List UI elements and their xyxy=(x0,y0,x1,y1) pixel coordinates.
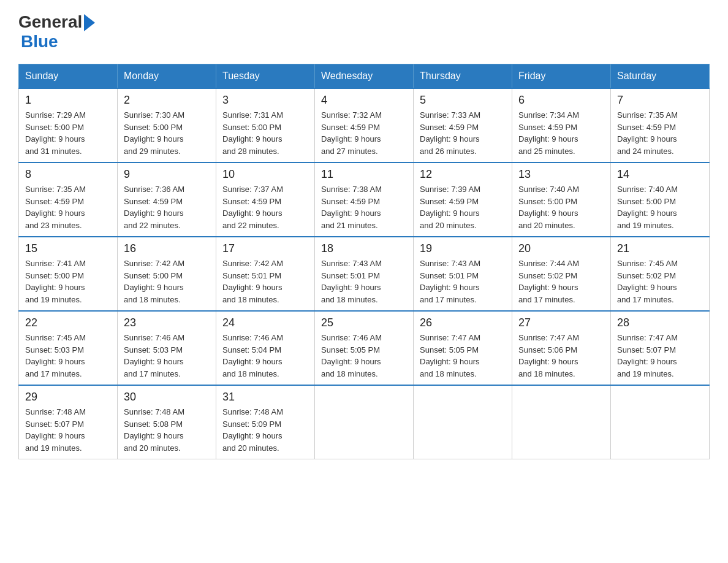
day-number: 31 xyxy=(222,391,308,404)
column-header-wednesday: Wednesday xyxy=(315,64,414,89)
logo-arrow-icon xyxy=(84,14,95,31)
day-info: Sunrise: 7:38 AMSunset: 4:59 PMDaylight:… xyxy=(321,183,407,231)
day-number: 30 xyxy=(124,391,210,404)
calendar-cell: 13Sunrise: 7:40 AMSunset: 5:00 PMDayligh… xyxy=(512,163,611,237)
column-header-thursday: Thursday xyxy=(414,64,512,89)
day-number: 26 xyxy=(420,316,506,329)
day-info: Sunrise: 7:44 AMSunset: 5:02 PMDaylight:… xyxy=(518,258,604,305)
column-header-saturday: Saturday xyxy=(611,64,710,89)
calendar-cell xyxy=(315,385,414,459)
day-number: 15 xyxy=(25,242,111,255)
calendar-cell: 17Sunrise: 7:42 AMSunset: 5:01 PMDayligh… xyxy=(216,237,315,311)
day-number: 4 xyxy=(321,94,407,107)
calendar-cell: 4Sunrise: 7:32 AMSunset: 4:59 PMDaylight… xyxy=(315,88,414,163)
calendar-week-row: 29Sunrise: 7:48 AMSunset: 5:07 PMDayligh… xyxy=(19,385,710,459)
day-number: 7 xyxy=(617,94,703,107)
calendar-cell: 14Sunrise: 7:40 AMSunset: 5:00 PMDayligh… xyxy=(611,163,710,237)
day-info: Sunrise: 7:30 AMSunset: 5:00 PMDaylight:… xyxy=(124,109,210,157)
calendar-cell: 7Sunrise: 7:35 AMSunset: 4:59 PMDaylight… xyxy=(611,88,710,163)
day-info: Sunrise: 7:40 AMSunset: 5:00 PMDaylight:… xyxy=(518,183,604,231)
calendar-week-row: 8Sunrise: 7:35 AMSunset: 4:59 PMDaylight… xyxy=(19,163,710,237)
calendar-cell xyxy=(414,385,512,459)
day-info: Sunrise: 7:29 AMSunset: 5:00 PMDaylight:… xyxy=(25,109,111,157)
day-info: Sunrise: 7:46 AMSunset: 5:04 PMDaylight:… xyxy=(222,332,308,380)
column-header-sunday: Sunday xyxy=(19,64,118,89)
calendar-cell: 24Sunrise: 7:46 AMSunset: 5:04 PMDayligh… xyxy=(216,311,315,385)
calendar-cell: 2Sunrise: 7:30 AMSunset: 5:00 PMDaylight… xyxy=(118,88,216,163)
day-info: Sunrise: 7:42 AMSunset: 5:01 PMDaylight:… xyxy=(222,258,308,305)
calendar-cell: 25Sunrise: 7:46 AMSunset: 5:05 PMDayligh… xyxy=(315,311,414,385)
day-number: 6 xyxy=(518,94,604,107)
day-number: 21 xyxy=(617,242,703,255)
calendar-cell xyxy=(512,385,611,459)
calendar-cell: 22Sunrise: 7:45 AMSunset: 5:03 PMDayligh… xyxy=(19,311,118,385)
calendar-cell: 30Sunrise: 7:48 AMSunset: 5:08 PMDayligh… xyxy=(118,385,216,459)
calendar-cell: 21Sunrise: 7:45 AMSunset: 5:02 PMDayligh… xyxy=(611,237,710,311)
day-info: Sunrise: 7:48 AMSunset: 5:08 PMDaylight:… xyxy=(124,406,210,454)
day-number: 25 xyxy=(321,316,407,329)
column-header-friday: Friday xyxy=(512,64,611,89)
calendar-cell: 31Sunrise: 7:48 AMSunset: 5:09 PMDayligh… xyxy=(216,385,315,459)
day-number: 20 xyxy=(518,242,604,255)
day-info: Sunrise: 7:35 AMSunset: 4:59 PMDaylight:… xyxy=(25,183,111,231)
calendar-cell: 15Sunrise: 7:41 AMSunset: 5:00 PMDayligh… xyxy=(19,237,118,311)
page-header: General Blue xyxy=(18,12,710,52)
day-number: 9 xyxy=(124,168,210,181)
day-number: 23 xyxy=(124,316,210,329)
day-info: Sunrise: 7:39 AMSunset: 4:59 PMDaylight:… xyxy=(420,183,506,231)
day-info: Sunrise: 7:48 AMSunset: 5:09 PMDaylight:… xyxy=(222,406,308,454)
day-number: 8 xyxy=(25,168,111,181)
calendar-header-row: SundayMondayTuesdayWednesdayThursdayFrid… xyxy=(19,64,710,89)
calendar-cell: 27Sunrise: 7:47 AMSunset: 5:06 PMDayligh… xyxy=(512,311,611,385)
day-number: 14 xyxy=(617,168,703,181)
calendar-cell: 29Sunrise: 7:48 AMSunset: 5:07 PMDayligh… xyxy=(19,385,118,459)
day-number: 11 xyxy=(321,168,407,181)
calendar-cell: 6Sunrise: 7:34 AMSunset: 4:59 PMDaylight… xyxy=(512,88,611,163)
day-info: Sunrise: 7:37 AMSunset: 4:59 PMDaylight:… xyxy=(222,183,308,231)
day-info: Sunrise: 7:35 AMSunset: 4:59 PMDaylight:… xyxy=(617,109,703,157)
day-number: 1 xyxy=(25,94,111,107)
calendar-week-row: 15Sunrise: 7:41 AMSunset: 5:00 PMDayligh… xyxy=(19,237,710,311)
day-number: 2 xyxy=(124,94,210,107)
calendar-cell: 16Sunrise: 7:42 AMSunset: 5:00 PMDayligh… xyxy=(118,237,216,311)
calendar-cell: 26Sunrise: 7:47 AMSunset: 5:05 PMDayligh… xyxy=(414,311,512,385)
day-info: Sunrise: 7:32 AMSunset: 4:59 PMDaylight:… xyxy=(321,109,407,157)
logo-general-text: General xyxy=(18,12,82,32)
day-number: 13 xyxy=(518,168,604,181)
day-number: 18 xyxy=(321,242,407,255)
day-info: Sunrise: 7:36 AMSunset: 4:59 PMDaylight:… xyxy=(124,183,210,231)
column-header-tuesday: Tuesday xyxy=(216,64,315,89)
day-number: 24 xyxy=(222,316,308,329)
calendar-cell: 3Sunrise: 7:31 AMSunset: 5:00 PMDaylight… xyxy=(216,88,315,163)
calendar-cell: 18Sunrise: 7:43 AMSunset: 5:01 PMDayligh… xyxy=(315,237,414,311)
day-info: Sunrise: 7:47 AMSunset: 5:06 PMDaylight:… xyxy=(518,332,604,380)
day-info: Sunrise: 7:33 AMSunset: 4:59 PMDaylight:… xyxy=(420,109,506,157)
day-info: Sunrise: 7:47 AMSunset: 5:07 PMDaylight:… xyxy=(617,332,703,380)
day-number: 28 xyxy=(617,316,703,329)
day-number: 17 xyxy=(222,242,308,255)
day-info: Sunrise: 7:31 AMSunset: 5:00 PMDaylight:… xyxy=(222,109,308,157)
day-info: Sunrise: 7:47 AMSunset: 5:05 PMDaylight:… xyxy=(420,332,506,380)
calendar-cell: 1Sunrise: 7:29 AMSunset: 5:00 PMDaylight… xyxy=(19,88,118,163)
calendar-cell: 8Sunrise: 7:35 AMSunset: 4:59 PMDaylight… xyxy=(19,163,118,237)
day-number: 10 xyxy=(222,168,308,181)
logo-blue-text: Blue xyxy=(21,32,58,51)
day-info: Sunrise: 7:40 AMSunset: 5:00 PMDaylight:… xyxy=(617,183,703,231)
calendar-cell: 5Sunrise: 7:33 AMSunset: 4:59 PMDaylight… xyxy=(414,88,512,163)
calendar-cell: 20Sunrise: 7:44 AMSunset: 5:02 PMDayligh… xyxy=(512,237,611,311)
day-number: 16 xyxy=(124,242,210,255)
calendar-table: SundayMondayTuesdayWednesdayThursdayFrid… xyxy=(18,64,710,459)
calendar-cell: 23Sunrise: 7:46 AMSunset: 5:03 PMDayligh… xyxy=(118,311,216,385)
day-info: Sunrise: 7:43 AMSunset: 5:01 PMDaylight:… xyxy=(321,258,407,305)
day-number: 19 xyxy=(420,242,506,255)
day-info: Sunrise: 7:48 AMSunset: 5:07 PMDaylight:… xyxy=(25,406,111,454)
day-info: Sunrise: 7:46 AMSunset: 5:03 PMDaylight:… xyxy=(124,332,210,380)
day-info: Sunrise: 7:34 AMSunset: 4:59 PMDaylight:… xyxy=(518,109,604,157)
calendar-cell: 11Sunrise: 7:38 AMSunset: 4:59 PMDayligh… xyxy=(315,163,414,237)
day-info: Sunrise: 7:41 AMSunset: 5:00 PMDaylight:… xyxy=(25,258,111,305)
calendar-cell: 19Sunrise: 7:43 AMSunset: 5:01 PMDayligh… xyxy=(414,237,512,311)
day-info: Sunrise: 7:45 AMSunset: 5:03 PMDaylight:… xyxy=(25,332,111,380)
calendar-week-row: 22Sunrise: 7:45 AMSunset: 5:03 PMDayligh… xyxy=(19,311,710,385)
calendar-cell: 9Sunrise: 7:36 AMSunset: 4:59 PMDaylight… xyxy=(118,163,216,237)
day-number: 5 xyxy=(420,94,506,107)
